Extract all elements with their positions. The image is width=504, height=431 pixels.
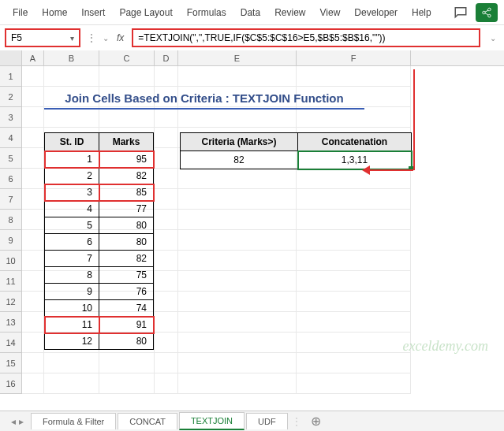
formula-expand-icon[interactable]: ⌄ [487, 34, 499, 43]
grid-rows: 1 2 3 4 5 6 7 8 9 10 11 12 13 14 15 16 J… [0, 66, 504, 394]
fx-icon[interactable]: fx [112, 32, 129, 43]
cell-marks[interactable]: 74 [99, 300, 154, 317]
name-box[interactable]: F5 ▾ [5, 28, 80, 47]
row-header[interactable]: 13 [0, 312, 22, 333]
ribbon-home[interactable]: Home [35, 4, 73, 21]
tab-nav: ◂ ▸ [5, 416, 30, 427]
col-header-b[interactable]: B [44, 50, 99, 65]
row-header[interactable]: 5 [0, 148, 22, 169]
row-header[interactable]: 8 [0, 210, 22, 230]
column-headers: A B C D E F [0, 50, 504, 66]
sheet-tab-textjoin[interactable]: TEXTJOIN [179, 412, 245, 430]
cell-id[interactable]: 5 [45, 217, 99, 234]
cell-id[interactable]: 1 [45, 151, 99, 168]
ribbon-review[interactable]: Review [268, 4, 312, 21]
cell-id[interactable]: 2 [45, 168, 99, 184]
comments-icon[interactable] [454, 5, 469, 20]
row-header[interactable]: 10 [0, 251, 22, 271]
row-header[interactable]: 15 [0, 353, 22, 373]
col-header-f[interactable]: F [297, 50, 411, 65]
row-header[interactable]: 4 [0, 128, 22, 148]
cell-marks[interactable]: 82 [99, 251, 154, 267]
arrow-head-icon [362, 165, 370, 175]
cell-marks[interactable]: 82 [99, 168, 154, 184]
ribbon-insert[interactable]: Insert [75, 4, 111, 21]
name-box-value: F5 [11, 32, 22, 43]
table-row: 282 [45, 168, 154, 184]
tab-prev-icon[interactable]: ◂ [11, 416, 16, 427]
share-button[interactable] [476, 3, 498, 22]
cell-id[interactable]: 8 [45, 267, 99, 284]
ribbon-file[interactable]: File [6, 4, 34, 21]
result-cell-selected[interactable]: 1,3,11 [298, 151, 412, 169]
col-header-c[interactable]: C [99, 50, 155, 65]
formula-bar: F5 ▾ ⋮ ⌄ fx =TEXTJOIN(",",TRUE,IF($C$5:$… [0, 25, 504, 50]
sheet-tab-concat[interactable]: CONCAT [118, 413, 177, 429]
cell-id[interactable]: 11 [45, 317, 99, 333]
row-header[interactable]: 16 [0, 373, 22, 394]
student-id-header: St. ID [45, 133, 99, 151]
cell-marks[interactable]: 91 [99, 317, 154, 333]
cell-id[interactable]: 7 [45, 251, 99, 267]
row-header[interactable]: 2 [0, 87, 22, 107]
criteria-table: Criteria (Marks>) Concatenation 82 1,3,1… [180, 132, 412, 169]
table-row: 385 [45, 184, 154, 201]
cell-marks[interactable]: 80 [99, 217, 154, 234]
annotation-arrow [413, 69, 415, 170]
row-header[interactable]: 14 [0, 333, 22, 353]
col-header-d[interactable]: D [155, 50, 178, 65]
ribbon-help[interactable]: Help [405, 4, 438, 21]
sheet-tab-udf[interactable]: UDF [246, 413, 288, 429]
row-header[interactable]: 3 [0, 107, 22, 128]
cell-id[interactable]: 4 [45, 201, 99, 217]
table-row: 477 [45, 201, 154, 217]
chevron-down-icon: ▾ [70, 34, 74, 43]
spreadsheet-grid: A B C D E F 1 2 3 4 5 6 7 8 9 10 11 12 1… [0, 50, 504, 394]
row-header[interactable]: 9 [0, 230, 22, 251]
row-header[interactable]: 6 [0, 169, 22, 189]
table-row: 782 [45, 251, 154, 267]
cell-id[interactable]: 12 [45, 333, 99, 350]
ribbon-developer[interactable]: Developer [348, 4, 404, 21]
ribbon-view[interactable]: View [314, 4, 347, 21]
row-header[interactable]: 1 [0, 66, 22, 87]
cell-id[interactable]: 10 [45, 300, 99, 317]
cell-marks[interactable]: 80 [99, 234, 154, 251]
ribbon-page-layout[interactable]: Page Layout [113, 4, 178, 21]
cell-marks[interactable]: 77 [99, 201, 154, 217]
ribbon-menu: File Home Insert Page Layout Formulas Da… [0, 0, 504, 25]
table-row: 875 [45, 267, 154, 284]
formula-input[interactable]: =TEXTJOIN(",",TRUE,IF($C$5:$C$16>E5,$B$5… [132, 28, 480, 47]
row-header[interactable]: 7 [0, 189, 22, 210]
cell-marks[interactable]: 85 [99, 184, 154, 201]
ribbon-formulas[interactable]: Formulas [181, 4, 233, 21]
annotation-arrow [368, 169, 413, 171]
cell-marks[interactable]: 80 [99, 333, 154, 350]
ribbon-data[interactable]: Data [234, 4, 267, 21]
row-header[interactable]: 11 [0, 271, 22, 292]
table-row: 195 [45, 151, 154, 168]
cell-marks[interactable]: 75 [99, 267, 154, 284]
criteria-value-cell[interactable]: 82 [181, 151, 298, 169]
cell-marks[interactable]: 95 [99, 151, 154, 168]
table-row: 1280 [45, 333, 154, 350]
cell-id[interactable]: 3 [45, 184, 99, 201]
tab-next-icon[interactable]: ▸ [19, 416, 24, 427]
page-title: Join Cells Based on Criteria : TEXTJOIN … [44, 91, 364, 110]
marks-header: Marks [99, 133, 154, 151]
sheet-tab-formula-filter[interactable]: Formula & Filter [31, 413, 116, 429]
col-header-a[interactable]: A [22, 50, 44, 65]
formula-text: =TEXTJOIN(",",TRUE,IF($C$5:$C$16>E5,$B$5… [138, 32, 385, 43]
cell-id[interactable]: 9 [45, 284, 99, 300]
watermark: exceldemy.com [403, 338, 488, 355]
separator: ⋮ [84, 32, 99, 43]
table-row: 976 [45, 284, 154, 300]
select-all-corner[interactable] [0, 50, 22, 65]
cell-marks[interactable]: 76 [99, 284, 154, 300]
row-header[interactable]: 12 [0, 292, 22, 312]
cell-id[interactable]: 6 [45, 234, 99, 251]
col-header-e[interactable]: E [178, 50, 297, 65]
formula-history-icon[interactable]: ⌄ [103, 34, 109, 43]
add-sheet-button[interactable]: ⊕ [304, 414, 327, 429]
table-row: 680 [45, 234, 154, 251]
